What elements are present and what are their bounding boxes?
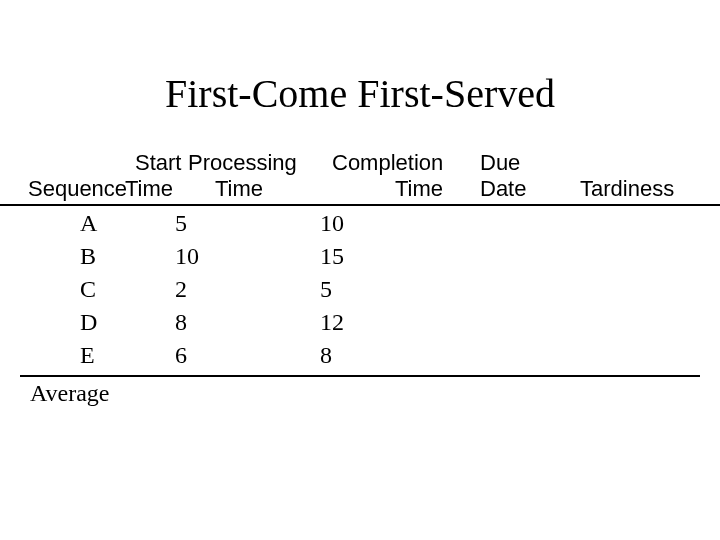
table-row: E 6 8 <box>0 342 720 375</box>
cell-due: 5 <box>320 276 332 303</box>
average-label: Average <box>30 380 110 407</box>
cell-due: 8 <box>320 342 332 369</box>
table-row: A 5 10 <box>0 210 720 243</box>
cell-processing: 2 <box>175 276 187 303</box>
cell-sequence: B <box>80 243 96 270</box>
table-body: A 5 10 B 10 15 C 2 5 D 8 12 E 6 8 <box>0 210 720 375</box>
cell-processing: 5 <box>175 210 187 237</box>
cell-processing: 10 <box>175 243 199 270</box>
cell-sequence: A <box>80 210 97 237</box>
col-completion-line2: Time <box>395 176 443 202</box>
cell-sequence: C <box>80 276 96 303</box>
cell-processing: 6 <box>175 342 187 369</box>
table-row: C 2 5 <box>0 276 720 309</box>
col-start-line1: Start <box>135 150 181 176</box>
col-processing-line1: Processing <box>188 150 297 176</box>
table-row: D 8 12 <box>0 309 720 342</box>
cell-due: 10 <box>320 210 344 237</box>
col-due-line1: Due <box>480 150 520 176</box>
table-row: B 10 15 <box>0 243 720 276</box>
col-sequence: Sequence <box>28 176 127 202</box>
page-title: First-Come First-Served <box>0 70 720 117</box>
table-header: Sequence Start Time Processing Time Comp… <box>0 150 720 206</box>
col-due-line2: Date <box>480 176 526 202</box>
cell-due: 15 <box>320 243 344 270</box>
table-footer-rule <box>20 375 700 377</box>
col-start-line2: Time <box>125 176 173 202</box>
slide: First-Come First-Served Sequence Start T… <box>0 0 720 540</box>
col-tardiness: Tardiness <box>580 176 674 202</box>
col-processing-line2: Time <box>215 176 263 202</box>
col-completion-line1: Completion <box>332 150 443 176</box>
cell-processing: 8 <box>175 309 187 336</box>
cell-due: 12 <box>320 309 344 336</box>
cell-sequence: E <box>80 342 95 369</box>
cell-sequence: D <box>80 309 97 336</box>
